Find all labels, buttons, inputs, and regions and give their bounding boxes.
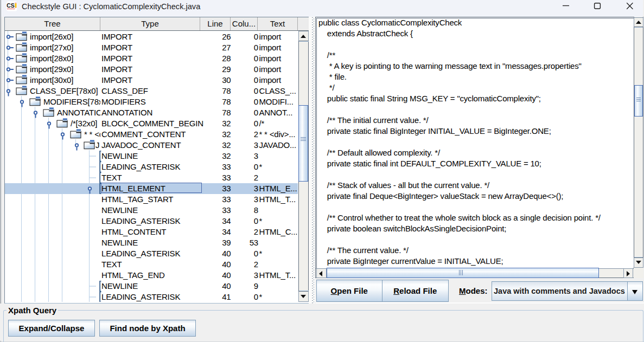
svg-text:CS: CS	[7, 2, 15, 9]
